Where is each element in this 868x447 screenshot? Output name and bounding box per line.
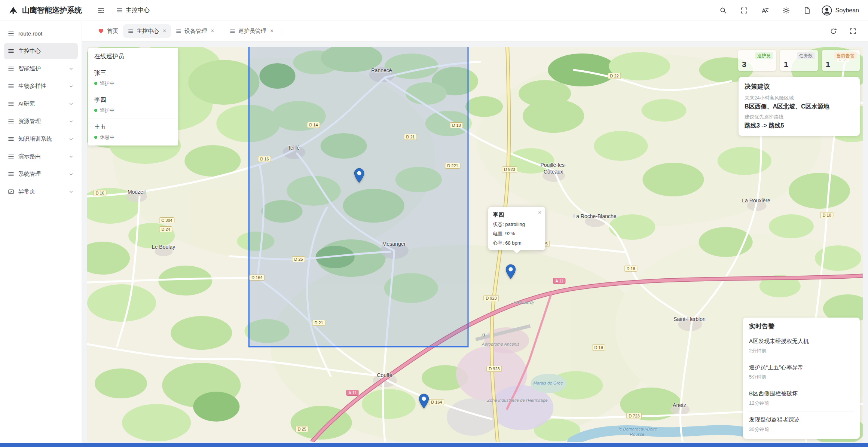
online-status-dot xyxy=(94,136,97,139)
popup-arrow xyxy=(513,250,520,254)
road-ref-badge: D 923 xyxy=(486,366,502,372)
motorway-ref-badge: A 11 xyxy=(346,390,358,396)
menu-icon xyxy=(8,48,14,54)
patroller-name: 王五 xyxy=(94,123,172,131)
tab-label: 首页 xyxy=(107,28,118,35)
sidebar-collapse-button[interactable] xyxy=(95,4,107,17)
road-ref-badge: D 723 xyxy=(626,413,642,419)
search-icon xyxy=(719,7,727,14)
sidebar-item-system-management[interactable]: 系统管理 xyxy=(4,166,78,182)
sidebar-item-label: 演示路由 xyxy=(18,153,41,160)
tab-patroller-management[interactable]: 巡护员管理 × xyxy=(225,24,278,38)
map-town-label: Pannecé xyxy=(371,67,392,73)
alert-list-item[interactable]: B区西侧围栏被破坏 12分钟前 xyxy=(749,385,854,411)
bottom-strip xyxy=(0,443,868,447)
tab-device-management[interactable]: 设备管理 × xyxy=(171,24,219,38)
online-patrollers-panel: 在线巡护员 张三 巡护中 李四 巡护中 王五 休息中 xyxy=(88,48,178,146)
road-ref-badge: C 304 xyxy=(159,217,174,223)
page-content: ✈ xyxy=(82,42,868,447)
patrol-marker[interactable] xyxy=(419,394,430,409)
road-ref-badge: D 923 xyxy=(483,295,499,301)
popup-heart-rate: 心率: 68 bpm xyxy=(493,240,541,247)
alert-time: 30分钟前 xyxy=(749,426,854,433)
patrol-map[interactable]: ✈ xyxy=(87,47,863,442)
sidebar-item-label: 系统管理 xyxy=(18,171,41,178)
pinned-heart-icon xyxy=(98,28,104,34)
sidebar-item-knowledge-training[interactable]: 知识培训系统 xyxy=(4,131,78,147)
road-ref-badge: D 24 xyxy=(159,226,172,232)
road-ref-badge: D 25 xyxy=(295,426,308,432)
sidebar-item-smart-patrol[interactable]: 智能巡护 xyxy=(4,61,78,77)
menu-icon xyxy=(116,7,123,13)
chevron-down-icon xyxy=(68,101,74,107)
map-town-label: Saint-Herblon xyxy=(673,316,706,322)
alert-text: B区西侧围栏被破坏 xyxy=(749,390,854,397)
refresh-tab-button[interactable] xyxy=(827,25,840,37)
patroller-list-item[interactable]: 李四 巡护中 xyxy=(88,92,178,119)
sidebar-item-demo-routes[interactable]: 演示路由 xyxy=(4,149,78,165)
patroller-list-item[interactable]: 张三 巡护中 xyxy=(88,65,178,92)
menu-fold-icon xyxy=(97,7,105,14)
panel-title: 实时告警 xyxy=(749,322,854,333)
road-ref-badge: D 14 xyxy=(307,122,320,128)
popup-close-icon[interactable]: × xyxy=(538,209,541,215)
user-menu[interactable]: Soybean xyxy=(822,5,859,16)
docs-button[interactable] xyxy=(801,4,813,17)
alert-list-item[interactable]: 发现疑似盗猎者踪迹 30分钟前 xyxy=(749,411,854,437)
fullscreen-button[interactable] xyxy=(738,4,751,17)
sidebar-item-ai-research[interactable]: AI研究 xyxy=(4,96,78,112)
sidebar-item-exception-pages[interactable]: 异常页 xyxy=(4,184,78,200)
breadcrumb-label: 主控中心 xyxy=(126,6,150,14)
menu-icon xyxy=(8,118,14,125)
popup-status: 状态: patrolling xyxy=(493,221,541,228)
tab-close-icon[interactable]: × xyxy=(163,28,166,34)
tab-main-control[interactable]: 主控中心 × xyxy=(123,24,171,38)
road-ref-badge: D 10 xyxy=(820,212,833,218)
map-water-label: Île Bernardeau-Boire Rousse xyxy=(617,427,658,437)
chevron-down-icon xyxy=(68,172,74,177)
tab-close-icon[interactable]: × xyxy=(211,28,214,34)
alert-list-item[interactable]: 巡护员“王五”心率异常 5分钟前 xyxy=(749,359,854,385)
sidebar-item-resource-management[interactable]: 资源管理 xyxy=(4,113,78,129)
tab-close-icon[interactable]: × xyxy=(270,28,273,34)
route-plan: 路线3 -> 路线5 xyxy=(745,122,854,130)
alert-text: 巡护员“王五”心率异常 xyxy=(749,364,854,371)
patrol-marker-selected[interactable] xyxy=(505,264,516,279)
breadcrumb[interactable]: 主控中心 xyxy=(116,6,150,14)
alert-time: 5分钟前 xyxy=(749,374,854,380)
sidebar-item-route-root[interactable]: route.root xyxy=(4,25,78,42)
alert-time: 12分钟前 xyxy=(749,400,854,407)
alert-time: 2分钟前 xyxy=(749,348,854,354)
language-button[interactable] xyxy=(759,4,771,17)
patrol-marker[interactable] xyxy=(354,168,365,183)
map-town-label: Anetz xyxy=(673,402,686,408)
decision-suggestions-panel: 决策建议 未来24小时高风险区域 B区西侧、A区北坡、C区水源地 建议优先巡护路… xyxy=(739,77,860,136)
content-fullscreen-button[interactable] xyxy=(846,25,859,37)
route-caption: 建议优先巡护路线 xyxy=(745,114,854,120)
patroller-list-item[interactable]: 王五 休息中 xyxy=(88,119,178,146)
patrol-zone-overlay[interactable] xyxy=(249,47,468,347)
road-ref-badge: D 18 xyxy=(450,122,463,128)
stat-value: 1 xyxy=(826,60,857,68)
menu-icon xyxy=(176,28,181,34)
sidebar-item-label: 资源管理 xyxy=(18,118,41,125)
chevron-down-icon xyxy=(68,66,74,71)
popup-patroller-name: 李四 xyxy=(493,211,541,218)
sidebar-item-biodiversity[interactable]: 生物多样性 xyxy=(4,78,78,94)
marker-popup: × 李四 状态: patrolling 电量: 92% 心率: 68 bpm xyxy=(488,207,545,250)
sidebar-item-main-control[interactable]: 主控中心 xyxy=(4,43,78,59)
stat-cards-row: 巡护员 3 任务数 1 当前告警 1 xyxy=(738,50,860,71)
map-town-label: Le Boulay xyxy=(152,244,175,250)
stat-value: 3 xyxy=(742,60,773,68)
road-ref-badge: D 21 xyxy=(312,320,325,326)
map-town-label: Couffé xyxy=(377,372,392,378)
tab-home[interactable]: 首页 xyxy=(93,24,123,38)
alert-list-item[interactable]: A区发现未经授权无人机 2分钟前 xyxy=(749,333,854,359)
refresh-icon xyxy=(830,28,837,35)
road-ref-badge: D 221 xyxy=(445,163,460,169)
road-ref-badge: D 16 xyxy=(93,190,106,196)
alert-text: A区发现未经授权无人机 xyxy=(749,338,854,345)
search-button[interactable] xyxy=(717,4,730,17)
theme-button[interactable] xyxy=(780,4,792,17)
stat-value: 1 xyxy=(784,60,815,68)
